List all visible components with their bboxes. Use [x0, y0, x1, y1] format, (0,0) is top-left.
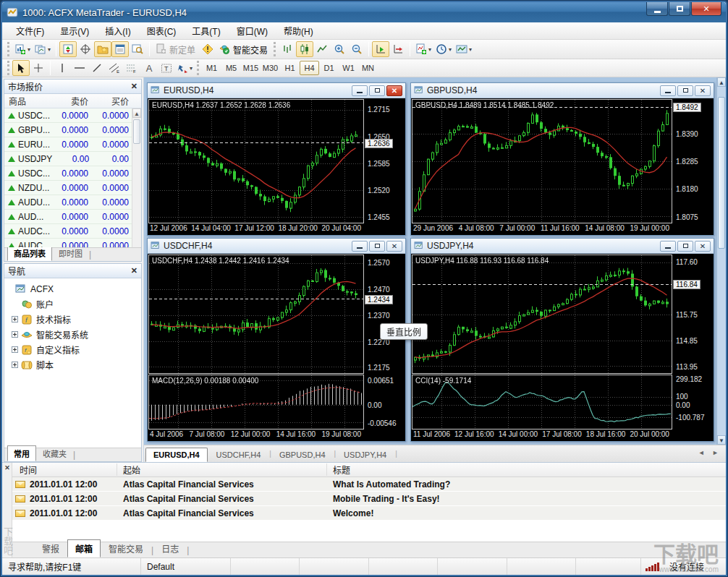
mdi-scrollbar[interactable]: ▲ ▼	[716, 77, 726, 445]
indicator-axis[interactable]: 0.006510.00-0.00546	[364, 375, 405, 429]
column-from[interactable]: 起始	[117, 463, 327, 476]
minimize-button[interactable]	[352, 85, 368, 96]
chart-window-titlebar[interactable]: GBPUSD,H4 ✕	[411, 83, 714, 98]
close-button[interactable]: ✕	[695, 85, 711, 96]
periods-button[interactable]: ▾	[433, 41, 454, 57]
tab-symbols[interactable]: 商品列表	[7, 245, 52, 261]
timeframe-w1-button[interactable]: W1	[339, 61, 358, 75]
fibonacci-button[interactable]: F	[123, 60, 140, 76]
scrollbar-thumb[interactable]	[133, 119, 140, 144]
expand-plus-icon[interactable]	[12, 316, 18, 322]
text-button[interactable]: A	[140, 60, 158, 76]
market-watch-row[interactable]: GBPU...0.00000.0000	[4, 123, 141, 137]
tree-item-scripts[interactable]: 脚本	[6, 357, 140, 372]
timeframe-h4-button[interactable]: H4	[300, 61, 319, 75]
price-chart[interactable]: EURUSD,H4 1.2637 1.2652 1.2628 1.2636	[148, 99, 364, 223]
market-watch-scrollbar[interactable]: ▲	[132, 108, 141, 247]
vertical-line-button[interactable]	[54, 60, 71, 76]
channel-button[interactable]: E	[106, 60, 123, 76]
market-watch-row[interactable]: AUDU...0.00000.0000	[4, 195, 141, 210]
time-axis[interactable]: 29 Jun 20064 Jul 08:007 Jul 00:0011 Jul …	[412, 223, 713, 234]
bar-chart-button[interactable]	[279, 41, 296, 57]
restore-button[interactable]	[677, 85, 693, 96]
chart-window-usdchf[interactable]: USDCHF,H4 ✕ USDCHF,H4 1.2438 1.2442 1.24…	[147, 238, 406, 442]
market-watch-row[interactable]: AUDC...0.00000.0000	[4, 239, 141, 247]
timeframe-m1-button[interactable]: M1	[202, 61, 221, 75]
new-chart-button[interactable]: ▾	[12, 41, 33, 57]
column-symbol[interactable]: 商品	[4, 95, 51, 107]
expand-plus-icon[interactable]	[12, 346, 18, 353]
templates-button[interactable]: ▾	[454, 41, 474, 57]
market-watch-header[interactable]: 市场报价 ✕	[4, 80, 141, 94]
timeframe-m15-button[interactable]: M15	[241, 61, 261, 75]
strategy-tester-button[interactable]	[129, 41, 146, 57]
auto-scroll-button[interactable]	[372, 41, 389, 57]
tree-item-custom-indicators[interactable]: f 自定义指标	[6, 342, 140, 357]
chart-window-titlebar[interactable]: USDCHF,H4 ✕	[148, 239, 405, 254]
chart-window-titlebar[interactable]: USDJPY,H4 ✕	[411, 239, 714, 254]
crosshair-tool-button[interactable]	[30, 60, 47, 76]
tree-root-acfx[interactable]: ACFX	[6, 281, 140, 296]
status-profile[interactable]: Default	[141, 558, 231, 575]
close-button[interactable]: ✕	[386, 241, 402, 252]
minimize-button[interactable]	[660, 241, 676, 252]
close-icon[interactable]: ✕	[131, 82, 137, 91]
market-watch-row[interactable]: USDC...0.00000.0000	[4, 166, 141, 181]
chart-window-eurusd[interactable]: EURUSD,H4 ✕ EURUSD,H4 1.2637 1.2652 1.26…	[147, 82, 406, 236]
profiles-button[interactable]: ▾	[33, 41, 53, 57]
scrollbar-up-icon[interactable]: ▲	[717, 77, 726, 87]
chart-window-titlebar[interactable]: EURUSD,H4 ✕	[148, 83, 405, 98]
menu-charts[interactable]: 图表(C)	[139, 22, 185, 39]
close-icon[interactable]: ✕	[131, 266, 137, 275]
scrollbar-down-icon[interactable]: ▼	[717, 435, 726, 445]
tab-tick-chart[interactable]: 即时图	[52, 245, 89, 261]
chart-tab-eurusd[interactable]: EURUSD,H4	[145, 448, 208, 462]
column-time[interactable]: 时间	[12, 463, 117, 476]
tab-scroll-arrows[interactable]: ◄ ►	[698, 449, 721, 456]
chart-window-gbpusd[interactable]: GBPUSD,H4 ✕ GBPUSD,H4 1.8489 1.8514 1.84…	[410, 82, 714, 236]
menu-insert[interactable]: 插入(I)	[97, 22, 138, 39]
minimize-button[interactable]	[352, 241, 368, 252]
close-button[interactable]: ✕	[691, 2, 721, 16]
close-button[interactable]: ✕	[386, 85, 402, 96]
timeframe-m5-button[interactable]: M5	[221, 61, 241, 75]
price-chart[interactable]: USDCHF,H4 1.2438 1.2442 1.2416 1.2434	[148, 255, 364, 374]
macd-indicator-pane[interactable]: MACD(12,26,9) 0.00188 0.00400	[148, 375, 364, 429]
data-window-button[interactable]	[77, 41, 94, 57]
chart-tab-usdchf[interactable]: USDCHF,H4	[208, 448, 269, 462]
alert-diamond-button[interactable]	[199, 41, 216, 57]
trendline-button[interactable]	[88, 60, 106, 76]
chart-window-usdjpy[interactable]: USDJPY,H4 ✕ USDJPY,H4 116.88 116.93 116.…	[410, 238, 714, 442]
expand-plus-icon[interactable]	[12, 331, 18, 338]
indicators-button[interactable]: ▾	[413, 41, 433, 57]
timeframe-mn-button[interactable]: MN	[358, 61, 378, 75]
timeframe-m30-button[interactable]: M30	[261, 61, 280, 75]
mail-row[interactable]: 2011.01.01 12:00 Atlas Capital Financial…	[12, 506, 726, 521]
timeframe-h1-button[interactable]: H1	[280, 61, 300, 75]
tab-mailbox[interactable]: 邮箱	[67, 539, 101, 557]
tab-alerts[interactable]: 警报	[34, 539, 67, 557]
tab-favorites[interactable]: 收藏夹	[36, 445, 73, 461]
menu-tools[interactable]: 工具(T)	[184, 22, 228, 39]
new-order-button[interactable]: 新定单	[153, 41, 199, 57]
scrollbar-up-icon[interactable]: ▲	[132, 108, 141, 118]
arrows-button[interactable]: ▾	[175, 60, 195, 76]
price-axis[interactable]: 1.27151.26501.25851.25201.24551.2636	[364, 99, 405, 223]
column-bid[interactable]: 卖价	[51, 95, 91, 107]
tab-common[interactable]: 常用	[7, 445, 36, 461]
text-label-button[interactable]: T	[158, 60, 175, 76]
column-subject[interactable]: 标题	[327, 463, 726, 476]
scrollbar-thumb[interactable]	[718, 97, 725, 249]
navigator-toggle[interactable]	[94, 41, 111, 57]
chart-tab-gbpusd[interactable]: GBPUSD,H4	[271, 448, 334, 462]
tab-journal[interactable]: 日志	[153, 539, 187, 557]
zoom-in-button[interactable]	[331, 41, 348, 57]
mail-row[interactable]: 2011.01.01 12:00 Atlas Capital Financial…	[12, 492, 726, 506]
menu-view[interactable]: 显示(V)	[52, 22, 97, 39]
terminal-toggle[interactable]	[111, 41, 129, 57]
price-axis[interactable]: 117.60115.75114.85113.95116.84	[672, 255, 713, 374]
time-axis[interactable]: 11 Jul 200612 Jul 16:0014 Jul 00:0017 Ju…	[412, 429, 713, 440]
price-chart[interactable]: USDJPY,H4 116.88 116.93 116.68 116.84	[412, 255, 672, 374]
navigator-header[interactable]: 导航 ✕	[4, 264, 141, 278]
horizontal-line-button[interactable]	[71, 60, 88, 76]
